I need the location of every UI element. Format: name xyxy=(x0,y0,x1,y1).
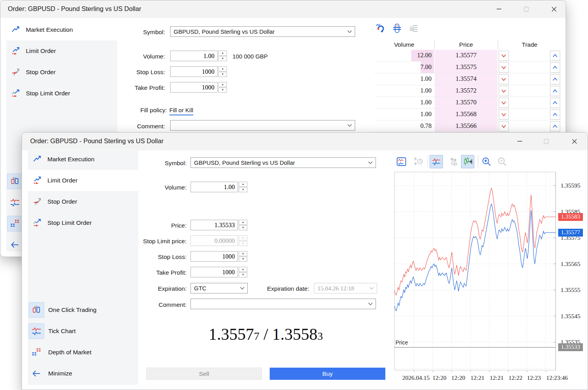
sidebar-item-label: Market Execution xyxy=(26,26,73,33)
stop-loss-stepper[interactable]: ▲▼ xyxy=(218,66,227,77)
symbol-select[interactable]: GBPUSD, Pound Sterling vs US Dollar xyxy=(191,157,376,168)
expiration-value: GTC xyxy=(194,285,207,292)
sidebar-item-stop-limit-order[interactable]: Stop Limit Order xyxy=(28,212,138,233)
expiration-select[interactable]: GTC xyxy=(191,283,248,293)
chevron-down-icon xyxy=(500,99,507,106)
step-up-button[interactable]: ▲ xyxy=(218,51,227,56)
comment-input[interactable] xyxy=(170,120,355,131)
comment-label: Comment: xyxy=(132,301,187,308)
dom-buy-button[interactable] xyxy=(550,109,560,120)
volume-input[interactable] xyxy=(191,182,238,192)
buy-button[interactable]: Buy xyxy=(270,368,385,380)
sidebar-item-stop-limit-order[interactable]: Stop Limit Order xyxy=(6,83,117,104)
stop-loss-input[interactable] xyxy=(191,251,238,262)
fill-policy-select[interactable]: Fill or Kill xyxy=(169,107,193,113)
sidebar-item-stop-order[interactable]: Stop Order xyxy=(6,62,117,83)
minimize-button[interactable] xyxy=(511,135,529,148)
step-down-button[interactable]: ▼ xyxy=(239,225,247,230)
stop-loss-stepper[interactable]: ▲▼ xyxy=(239,251,247,262)
tick-lines-button[interactable] xyxy=(430,155,443,168)
stop-loss-input[interactable] xyxy=(170,66,218,77)
close-button[interactable] xyxy=(545,3,563,15)
titlebar[interactable]: Order: GBPUSD - Pound Sterling vs US Dol… xyxy=(22,133,588,150)
zoom-in-button[interactable] xyxy=(481,157,492,167)
dom-buy-button[interactable] xyxy=(550,62,560,73)
volume-stepper[interactable]: ▲▼ xyxy=(239,182,247,192)
dom-sell-button[interactable] xyxy=(499,86,509,96)
one-click-trading-icon xyxy=(7,173,23,189)
sidebar-item-limit-order[interactable]: Limit Order xyxy=(28,170,138,191)
dom-row: 1.001.35570 xyxy=(375,97,561,109)
tick-dots-button[interactable] xyxy=(448,157,458,167)
comment-input[interactable] xyxy=(191,299,376,309)
titlebar[interactable]: Order: GBPUSD - Pound Sterling vs US Dol… xyxy=(0,0,566,18)
step-down-button[interactable]: ▼ xyxy=(239,187,247,192)
bid-price: 1.3557 xyxy=(209,325,254,343)
dom-buy-button[interactable] xyxy=(550,98,560,108)
step-down-button[interactable]: ▼ xyxy=(218,72,227,77)
sidebar-item-market-execution[interactable]: Market Execution xyxy=(6,19,117,40)
dom-buy-button[interactable] xyxy=(550,86,560,96)
step-up-button[interactable]: ▲ xyxy=(218,82,227,87)
x-axis-label: 12:23:46 xyxy=(546,374,568,381)
sidebar-item-tick-chart[interactable]: Tick Chart xyxy=(28,321,138,342)
maximize-button[interactable] xyxy=(517,3,535,15)
dom-buy-button[interactable] xyxy=(550,51,560,61)
depth-of-market-icon xyxy=(7,216,23,231)
volume-stepper[interactable]: ▲▼ xyxy=(218,51,227,61)
sidebar-item-one-click-trading[interactable]: One Click Trading xyxy=(28,299,138,321)
price-stepper[interactable]: ▲▼ xyxy=(239,220,247,230)
take-profit-input[interactable] xyxy=(191,267,238,277)
chevron-down-icon xyxy=(500,87,507,95)
dom-sell-button[interactable] xyxy=(499,98,509,108)
take-profit-input[interactable] xyxy=(170,82,218,93)
orders-list-button[interactable] xyxy=(408,23,418,35)
window-title: Order: GBPUSD - Pound Sterling vs US Dol… xyxy=(8,5,141,13)
dom-sell-button[interactable] xyxy=(499,109,509,120)
dom-sell-button[interactable] xyxy=(499,121,509,131)
step-up-button[interactable]: ▲ xyxy=(239,182,247,187)
take-profit-stepper[interactable]: ▲▼ xyxy=(218,82,227,93)
step-down-button[interactable]: ▼ xyxy=(239,272,247,277)
spread-button[interactable] xyxy=(392,23,402,35)
step-down-button[interactable]: ▼ xyxy=(218,87,227,93)
dom-volume-cell: 0.78 xyxy=(375,120,434,132)
dom-sell-button[interactable] xyxy=(499,62,509,73)
comment-label: Comment: xyxy=(110,123,165,130)
fill-policy-label: Fill policy: xyxy=(110,107,167,114)
minimize-button[interactable] xyxy=(490,3,508,15)
sell-button[interactable]: Sell xyxy=(146,368,262,380)
tick-chart-window-button[interactable] xyxy=(396,157,407,167)
maximize-button[interactable] xyxy=(537,135,555,148)
step-up-button[interactable]: ▲ xyxy=(218,66,227,71)
sidebar-item-depth-of-market[interactable]: Depth of Market xyxy=(28,342,138,363)
dom-sell-button[interactable] xyxy=(499,51,509,61)
dom-sell-button[interactable] xyxy=(499,74,509,84)
step-down-button[interactable]: ▼ xyxy=(239,257,247,262)
take-profit-label: Take Profit: xyxy=(132,269,187,276)
close-button[interactable] xyxy=(565,135,583,148)
sidebar-item-stop-order[interactable]: Stop Order xyxy=(28,191,138,212)
symbol-select[interactable]: GBPUSD, Pound Sterling vs US Dollar xyxy=(170,26,355,37)
step-up-button[interactable]: ▲ xyxy=(239,267,247,272)
volume-input[interactable] xyxy=(170,51,218,61)
dom-volume-cell: 1.00 xyxy=(375,109,434,120)
step-up-button[interactable]: ▲ xyxy=(239,251,247,256)
expiration-date-label: Expiration date: xyxy=(254,285,309,292)
sidebar-item-market-execution[interactable]: Market Execution xyxy=(28,149,138,170)
volume-label: Volume: xyxy=(132,184,187,191)
candles-forward-button[interactable] xyxy=(461,155,474,168)
dom-row: 7.001.35575 xyxy=(375,62,561,73)
magnet-button[interactable] xyxy=(375,23,385,35)
dom-buy-button[interactable] xyxy=(550,74,560,84)
dom-buy-button[interactable] xyxy=(550,121,560,131)
take-profit-stepper[interactable]: ▲▼ xyxy=(239,267,247,277)
step-up-button[interactable]: ▲ xyxy=(239,220,247,225)
step-down-button[interactable]: ▼ xyxy=(218,56,227,61)
chevron-down-icon xyxy=(368,161,373,164)
sidebar-item-limit-order[interactable]: Limit Order xyxy=(6,40,117,62)
price-badge: 1.35577 xyxy=(558,229,583,237)
sidebar-item-minimize-panel[interactable]: Minimize xyxy=(28,363,138,384)
tick-chart-plot[interactable] xyxy=(394,172,556,370)
price-input[interactable] xyxy=(191,220,238,230)
